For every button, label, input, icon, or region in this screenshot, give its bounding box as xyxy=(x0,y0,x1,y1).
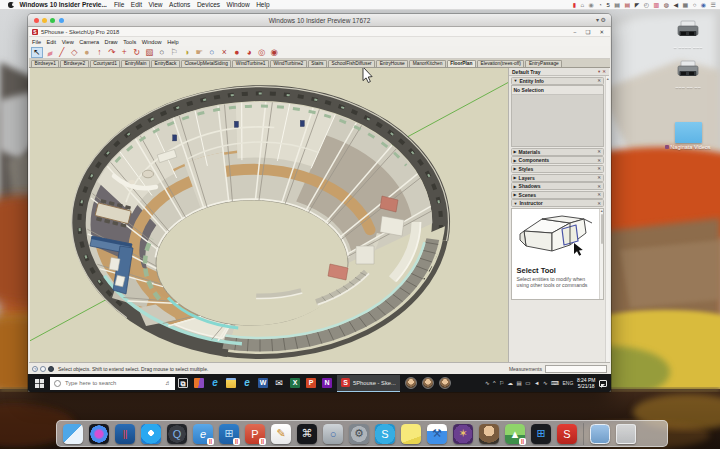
volume-icon[interactable]: ◀ xyxy=(673,0,678,10)
dock-preview-icon[interactable]: ○ xyxy=(323,424,343,444)
dock-textedit-icon[interactable]: ✎ xyxy=(271,424,291,444)
display-icon[interactable]: ▦ xyxy=(683,0,689,10)
measurements-input[interactable] xyxy=(545,365,607,373)
menubar-menu-item[interactable]: Window xyxy=(227,1,250,8)
scene-tab[interactable]: Stairs xyxy=(308,60,327,68)
restore-button[interactable]: ❏ xyxy=(585,29,590,35)
us-flag-icon[interactable]: ▥ xyxy=(654,0,660,10)
pushpull-tool-icon[interactable]: ↑ xyxy=(94,47,106,58)
scene-tab[interactable]: Birdseye2 xyxy=(60,60,88,68)
menu-extra-icon[interactable]: ☰ xyxy=(711,0,716,10)
warehouse-icon-1[interactable]: ● xyxy=(231,47,243,58)
notes-icon[interactable]: ▤ xyxy=(614,0,620,10)
vm-title-bar[interactable]: Windows 10 Insider Preview 17672 ▾ ⚙ xyxy=(28,14,611,27)
sketchup-menu-item[interactable]: Draw xyxy=(105,39,118,45)
dock-minimized-window-icon[interactable] xyxy=(590,424,610,444)
parallels-status-icon[interactable]: ▮ xyxy=(573,0,576,10)
scene-tab[interactable]: WindTurbine1 xyxy=(232,60,269,68)
select-tool-icon[interactable]: ↖ xyxy=(31,47,43,58)
dock-parallels-icon[interactable]: || xyxy=(115,424,135,444)
scene-tab[interactable]: Birdseye1 xyxy=(31,60,59,68)
menubar-menu-item[interactable]: Help xyxy=(256,1,269,8)
dock-finder-icon[interactable] xyxy=(63,424,83,444)
warehouse-icon-3[interactable]: ◎ xyxy=(256,47,268,58)
tray-scrollbar[interactable]: ▲ xyxy=(605,76,609,362)
menubar-app-title[interactable]: Windows 10 Insider Previe... xyxy=(20,1,107,8)
dock-contact-avatar-icon[interactable] xyxy=(479,424,499,444)
dock-safari-icon[interactable] xyxy=(141,424,161,444)
sketchup-title-bar[interactable]: S 5Phouse - SketchUp Pro 2018 − ❏ ✕ xyxy=(29,27,610,37)
sketchup-menu-item[interactable]: Camera xyxy=(79,39,99,45)
excel-icon[interactable]: X xyxy=(287,375,303,392)
section-close-icon[interactable]: ✕ xyxy=(597,184,601,189)
onedrive-icon[interactable]: ☁ xyxy=(508,380,514,386)
menubar-menu-item[interactable]: Actions xyxy=(169,1,190,8)
scene-tab[interactable]: Elevation(trees-off) xyxy=(477,60,524,68)
close-button[interactable]: ✕ xyxy=(599,29,604,35)
vm-gear-icon[interactable]: ⚙ xyxy=(601,17,606,23)
camera-icon[interactable]: ◍ xyxy=(664,0,669,10)
section-close-icon[interactable]: ✕ xyxy=(597,192,601,197)
dock-trash-icon[interactable] xyxy=(616,424,636,444)
tray-header[interactable]: Default Tray ▾ ✕ xyxy=(509,68,609,76)
siri-icon[interactable]: ◉ xyxy=(701,0,706,10)
scene-tab[interactable]: CloseUpMetalSiding xyxy=(181,60,231,68)
dock-windows10-icon[interactable]: ⊞ xyxy=(531,424,551,444)
section-close-icon[interactable]: ✕ xyxy=(597,175,601,180)
powerpoint-icon[interactable]: P xyxy=(303,375,319,392)
dock-keynote-icon[interactable]: ⚒ xyxy=(427,424,447,444)
rotate-tool-icon[interactable]: ↻ xyxy=(131,47,143,58)
spotlight-icon[interactable]: ○ xyxy=(693,0,697,10)
taskbar-clock[interactable]: 8:24 PM 5/21/18 xyxy=(577,377,596,389)
five-icon[interactable]: 5 xyxy=(606,0,609,10)
tray-section[interactable]: ▶ Layers ✕ xyxy=(511,174,605,182)
followme-tool-icon[interactable]: ↷ xyxy=(106,47,118,58)
sketchup-menu-item[interactable]: Edit xyxy=(47,39,57,45)
scene-tab[interactable]: Courtyard1 xyxy=(90,60,121,68)
shapes-tool-icon[interactable]: ◇ xyxy=(69,47,81,58)
tray-section[interactable]: ▶ Styles ✕ xyxy=(511,165,605,173)
tray-section[interactable]: ▶ Components ✕ xyxy=(511,156,605,164)
chat-icon[interactable]: ▭ xyxy=(525,380,530,386)
tray-close-icon[interactable]: ✕ xyxy=(602,69,606,74)
pulse-icon[interactable]: ∿ xyxy=(543,380,548,386)
mail-badge-icon[interactable]: ▤ xyxy=(624,0,630,10)
mail-icon[interactable]: ✉ xyxy=(271,375,287,392)
claim-icon[interactable] xyxy=(48,366,54,372)
taskbar-search-box[interactable]: Type here to search ♬ xyxy=(50,377,175,390)
people-avatar-1[interactable] xyxy=(405,377,417,389)
scene-tab[interactable]: FloorPlan xyxy=(447,60,476,68)
menubar-menu-item[interactable]: File xyxy=(114,1,124,8)
dock-siri-icon[interactable] xyxy=(89,424,109,444)
geolocation-icon[interactable]: ? xyxy=(32,366,38,372)
scene-tab[interactable]: EntryMain xyxy=(121,60,150,68)
desktop-icon-printer-2[interactable]: ~~~ ~~ ~~ xyxy=(668,60,708,90)
minimize-button[interactable]: − xyxy=(573,29,576,35)
paint-bucket-icon[interactable]: ▧ xyxy=(144,47,156,58)
extension-icon[interactable]: ◉ xyxy=(269,47,281,58)
clock-icon[interactable]: ◴ xyxy=(644,0,649,10)
section-close-icon[interactable]: ✕ xyxy=(597,201,601,206)
vm-window-controls[interactable]: ▾ ⚙ xyxy=(596,16,606,23)
tape-measure-icon[interactable]: ⚐ xyxy=(169,47,181,58)
zoom-window-icon[interactable]: ○ xyxy=(156,47,168,58)
scene-tab[interactable]: EntryPassage xyxy=(525,60,562,68)
dock-internet-explorer-icon[interactable]: e|| xyxy=(193,424,213,444)
taskbar-active-task[interactable]: S 5Phouse - Ske... xyxy=(337,375,400,392)
scene-tab[interactable]: EntryBack xyxy=(151,60,180,68)
dock-sketchup-icon[interactable]: S xyxy=(557,424,577,444)
circle-tool-icon[interactable]: ● xyxy=(81,47,93,58)
dock-photos-parallels-icon[interactable]: ▲|| xyxy=(505,424,525,444)
file-explorer-icon[interactable] xyxy=(223,375,239,392)
onenote-icon[interactable]: N xyxy=(319,375,335,392)
instructor-scrollbar[interactable]: ▲ xyxy=(599,209,603,300)
action-center-icon[interactable] xyxy=(599,380,607,387)
menubar-menu-item[interactable]: Devices xyxy=(197,1,220,8)
word-icon[interactable]: W xyxy=(255,375,271,392)
dock-separator[interactable] xyxy=(583,423,584,445)
start-button[interactable] xyxy=(35,379,44,388)
credits-icon[interactable] xyxy=(40,366,46,372)
vm-dropdown-icon[interactable]: ▾ xyxy=(596,17,599,23)
dock-skype-icon[interactable]: S xyxy=(375,424,395,444)
keystroke-icon[interactable]: ⌂ xyxy=(580,0,584,10)
